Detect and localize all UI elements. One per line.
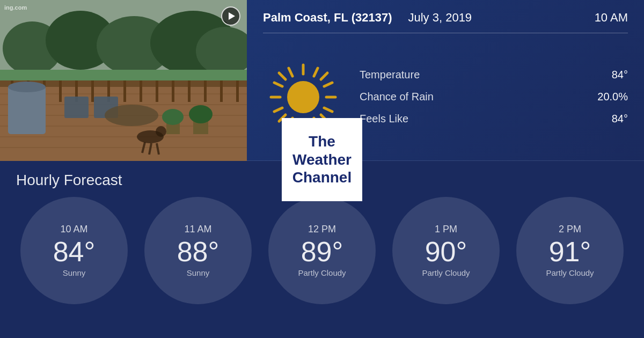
hour-bubble-2: 12 PM89°Partly Cloudy bbox=[268, 197, 376, 304]
svg-rect-27 bbox=[204, 80, 207, 102]
hourly-forecast-container: 10 AM84°Sunny11 AM88°Sunny12 PM89°Partly… bbox=[16, 197, 628, 304]
svg-rect-20 bbox=[91, 80, 94, 102]
rain-value: 20.0% bbox=[597, 91, 628, 103]
svg-rect-30 bbox=[8, 86, 46, 134]
location-bar: Palm Coast, FL (32137) July 3, 2019 10 A… bbox=[263, 11, 628, 33]
temperature-label: Temperature bbox=[360, 69, 420, 81]
hour-condition-4: Partly Cloudy bbox=[540, 268, 599, 277]
camera-watermark: ing.com bbox=[4, 4, 27, 11]
svg-line-48 bbox=[279, 73, 286, 79]
svg-rect-24 bbox=[156, 80, 158, 102]
svg-line-58 bbox=[314, 68, 318, 76]
twc-logo: The Weather Channel bbox=[282, 118, 362, 201]
rain-row: Chance of Rain 20.0% bbox=[360, 91, 628, 103]
svg-point-34 bbox=[105, 105, 158, 126]
hour-condition-1: Sunny bbox=[181, 268, 215, 277]
svg-line-57 bbox=[274, 108, 282, 112]
svg-point-38 bbox=[189, 105, 213, 123]
hour-time-2: 12 PM bbox=[308, 224, 336, 235]
svg-rect-29 bbox=[236, 80, 239, 102]
rain-label: Chance of Rain bbox=[360, 91, 434, 103]
hour-condition-0: Sunny bbox=[57, 268, 91, 277]
svg-rect-23 bbox=[140, 80, 142, 102]
hour-time-0: 10 AM bbox=[60, 224, 87, 235]
svg-rect-22 bbox=[123, 80, 126, 102]
hour-temp-4: 91° bbox=[549, 238, 591, 266]
svg-point-36 bbox=[162, 109, 184, 125]
hour-time-1: 11 AM bbox=[184, 224, 211, 235]
hour-bubble-1: 11 AM88°Sunny bbox=[144, 197, 252, 304]
hour-bubble-4: 2 PM91°Partly Cloudy bbox=[516, 197, 624, 304]
twc-logo-text: The Weather Channel bbox=[292, 133, 352, 187]
hour-time-4: 2 PM bbox=[559, 224, 581, 235]
camera-panel: ing.com bbox=[0, 0, 247, 161]
hour-bubble-0: 10 AM84°Sunny bbox=[20, 197, 128, 304]
svg-line-56 bbox=[324, 83, 332, 86]
svg-rect-26 bbox=[188, 80, 191, 102]
svg-line-50 bbox=[321, 73, 327, 79]
hour-condition-2: Partly Cloudy bbox=[292, 268, 351, 277]
svg-rect-18 bbox=[59, 80, 62, 102]
hour-temp-2: 89° bbox=[301, 238, 343, 266]
location-text: Palm Coast, FL (32137) bbox=[263, 11, 392, 25]
feels-like-value: 84° bbox=[612, 113, 628, 125]
play-button[interactable] bbox=[221, 6, 240, 26]
svg-rect-25 bbox=[172, 80, 174, 102]
feels-like-row: Feels Like 84° bbox=[360, 113, 628, 125]
bottom-section: The Weather Channel Hourly Forecast 10 A… bbox=[0, 161, 644, 310]
svg-line-52 bbox=[274, 83, 282, 86]
hour-temp-0: 84° bbox=[53, 238, 96, 266]
date-text: July 3, 2019 bbox=[408, 11, 472, 25]
svg-point-60 bbox=[287, 81, 319, 113]
svg-point-31 bbox=[8, 82, 46, 92]
weather-stats: Temperature 84° Chance of Rain 20.0% Fee… bbox=[360, 69, 628, 125]
temperature-value: 84° bbox=[612, 69, 628, 81]
camera-scene: ing.com bbox=[0, 0, 247, 161]
hour-bubble-3: 1 PM90°Partly Cloudy bbox=[392, 197, 500, 304]
hour-condition-3: Partly Cloudy bbox=[416, 268, 475, 277]
svg-line-53 bbox=[324, 108, 332, 112]
temperature-row: Temperature 84° bbox=[360, 69, 628, 81]
time-text: 10 AM bbox=[595, 11, 628, 25]
hour-time-3: 1 PM bbox=[435, 224, 457, 235]
svg-line-54 bbox=[289, 68, 292, 76]
svg-rect-28 bbox=[220, 80, 223, 102]
feels-like-label: Feels Like bbox=[360, 113, 408, 125]
hour-temp-3: 90° bbox=[425, 238, 467, 266]
svg-rect-32 bbox=[64, 97, 89, 118]
play-icon bbox=[229, 12, 235, 20]
svg-point-40 bbox=[156, 126, 166, 137]
hour-temp-1: 88° bbox=[177, 238, 219, 266]
